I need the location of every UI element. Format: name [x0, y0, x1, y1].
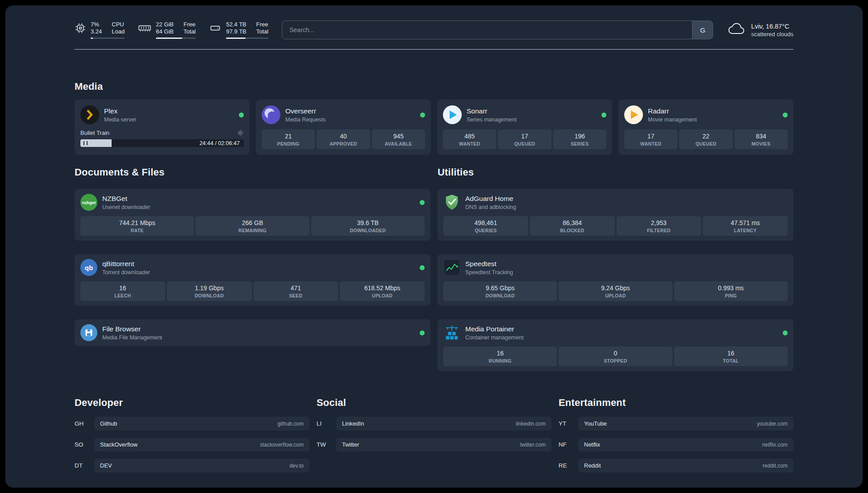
- status-dot: [420, 200, 425, 205]
- bookmark-abbr: GH: [75, 420, 94, 427]
- bookmark-group-developer: Developer GH Github github.com SO StackO…: [75, 397, 309, 472]
- disk-free-value: 52.4 TB: [226, 21, 246, 28]
- adguard-icon: [443, 194, 460, 211]
- stat-queued: 22 QUEUED: [679, 130, 732, 149]
- disk-total-value: 97.9 TB: [226, 28, 246, 35]
- bookmark-reddit[interactable]: RE Reddit reddit.com: [559, 459, 793, 472]
- service-name: Plex: [104, 107, 136, 115]
- bookmark-linkedin[interactable]: LI LinkedIn linkedin.com: [317, 417, 551, 430]
- disk-usage-bar: [226, 38, 268, 39]
- memory-usage-bar: [156, 38, 196, 39]
- bookmark-github[interactable]: GH Github github.com: [75, 417, 309, 430]
- stat-running: 16 RUNNING: [443, 347, 557, 366]
- nzbget-icon: nzbget: [80, 194, 97, 211]
- service-description: Torrent downloader: [102, 269, 150, 276]
- bookmark-dev[interactable]: DT DEV dev.to: [75, 459, 309, 472]
- service-name: NZBGet: [102, 195, 150, 203]
- disk-total-label: Total: [256, 28, 268, 35]
- status-dot: [239, 113, 244, 117]
- playback-time: 24:44 / 02:06:47: [200, 140, 240, 146]
- stat-pending: 21 PENDING: [262, 130, 315, 149]
- disk-free-label: Free: [256, 21, 268, 28]
- top-bar: 7% CPU 3.24 Load: [75, 5, 793, 39]
- status-dot: [783, 113, 788, 117]
- filebrowser-icon: [80, 324, 97, 341]
- disk-widget: 52.4 TB Free 97.9 TB Total: [209, 21, 268, 39]
- stat-queued: 17 QUEUED: [498, 130, 551, 149]
- service-description: DNS and adblocking: [465, 204, 516, 210]
- stat-ping: 0.993 ms PING: [674, 281, 788, 301]
- stat-series: 196 SERIES: [553, 130, 606, 149]
- memory-widget: 22 GiB Free 64 GiB Total: [138, 21, 196, 39]
- service-name: Overseerr: [285, 107, 326, 115]
- service-description: Media server: [104, 117, 136, 123]
- stat-wanted: 485 WANTED: [443, 130, 496, 149]
- section-title-media: Media: [75, 81, 793, 92]
- cpu-usage-bar: [91, 38, 125, 39]
- service-card-overseerr[interactable]: Overseerr Media Requests 21 PENDING 40 A…: [256, 100, 431, 155]
- service-name: Sonarr: [467, 107, 517, 115]
- stat-leech: 16 LEECH: [80, 281, 165, 301]
- stat-upload: 9.24 Gbps UPLOAD: [559, 281, 672, 301]
- section-title-utilities: Utilities: [438, 167, 793, 178]
- section-title-entertainment: Entertainment: [559, 397, 793, 409]
- gear-icon[interactable]: [237, 130, 244, 136]
- section-title-social: Social: [317, 397, 551, 409]
- cpu-usage-value: 7%: [91, 21, 102, 28]
- service-card-filebrowser[interactable]: File Browser Media File Management: [75, 319, 430, 346]
- service-card-portainer[interactable]: Media Portainer Container management 16 …: [438, 319, 793, 371]
- service-card-nzbget[interactable]: nzbget NZBGet Usenet downloader 744.21 M…: [75, 189, 430, 241]
- stat-remaining: 266 GB REMAINING: [196, 216, 309, 236]
- status-dot: [601, 113, 606, 117]
- service-card-adguard[interactable]: AdGuard Home DNS and adblocking 498,461 …: [438, 189, 793, 241]
- section-title-documents: Documents & Files: [75, 167, 430, 178]
- service-name: File Browser: [102, 325, 162, 333]
- weather-location: Lviv, 16.87°C: [751, 23, 793, 30]
- stat-stopped: 0 STOPPED: [559, 347, 672, 366]
- stat-download: 1.19 Gbps DOWNLOAD: [167, 281, 252, 301]
- playback-progress-bar[interactable]: 24:44 / 02:06:47: [80, 139, 244, 147]
- stat-download: 9.65 Gbps DOWNLOAD: [443, 281, 557, 301]
- bookmark-twitter[interactable]: TW Twitter twitter.com: [317, 438, 551, 451]
- portainer-icon: [443, 324, 460, 341]
- service-description: Series management: [467, 117, 517, 123]
- service-card-radarr[interactable]: Radarr Movie management 17 WANTED 22 QUE…: [618, 100, 793, 155]
- pause-icon[interactable]: [83, 141, 88, 145]
- bookmark-netflix[interactable]: NF Netflix netflix.com: [559, 438, 793, 451]
- service-name: AdGuard Home: [465, 195, 516, 203]
- memory-free-value: 22 GiB: [156, 21, 174, 28]
- service-card-qbittorrent[interactable]: qb qBittorrent Torrent downloader 16 LEE…: [75, 254, 430, 306]
- weather-condition: scattered clouds: [751, 31, 793, 38]
- search-provider-button[interactable]: G: [692, 21, 713, 39]
- bookmark-stackoverflow[interactable]: SO StackOverflow stackoverflow.com: [75, 438, 309, 451]
- cpu-icon: [75, 21, 86, 34]
- section-title-developer: Developer: [75, 397, 309, 409]
- bookmark-abbr: LI: [317, 420, 336, 427]
- now-playing-title: Bullet Train: [80, 130, 109, 136]
- service-name: qBittorrent: [102, 260, 150, 268]
- search-input[interactable]: [282, 21, 692, 39]
- status-dot: [420, 330, 425, 335]
- service-card-plex[interactable]: Plex Media server Bullet Train: [75, 100, 250, 155]
- stat-wanted: 17 WANTED: [624, 130, 677, 149]
- cpu-label: CPU: [112, 21, 125, 28]
- stat-queries: 498,461 QUERIES: [443, 216, 528, 236]
- radarr-icon: [624, 105, 643, 124]
- service-description: Container management: [465, 334, 524, 341]
- stat-upload: 618.52 Mbps UPLOAD: [340, 281, 425, 301]
- service-name: Radarr: [648, 107, 697, 115]
- bookmark-youtube[interactable]: YT YouTube youtube.com: [559, 417, 793, 430]
- bookmark-abbr: SO: [75, 441, 94, 448]
- stat-seed: 471 SEED: [254, 281, 338, 301]
- service-name: Media Portainer: [465, 325, 524, 333]
- weather-widget: Lviv, 16.87°C scattered clouds: [726, 21, 793, 38]
- topbar-divider: [75, 49, 793, 50]
- service-card-sonarr[interactable]: Sonarr Series management 485 WANTED 17 Q…: [437, 100, 612, 155]
- stat-approved: 40 APPROVED: [317, 130, 370, 149]
- bookmark-abbr: DT: [75, 462, 94, 469]
- service-card-speedtest[interactable]: Speedtest Speedtest Tracking 9.65 Gbps D…: [438, 254, 793, 306]
- service-description: Media File Management: [102, 334, 162, 341]
- bookmark-abbr: TW: [317, 441, 336, 448]
- bookmark-abbr: NF: [559, 441, 578, 448]
- cpu-widget: 7% CPU 3.24 Load: [75, 21, 125, 39]
